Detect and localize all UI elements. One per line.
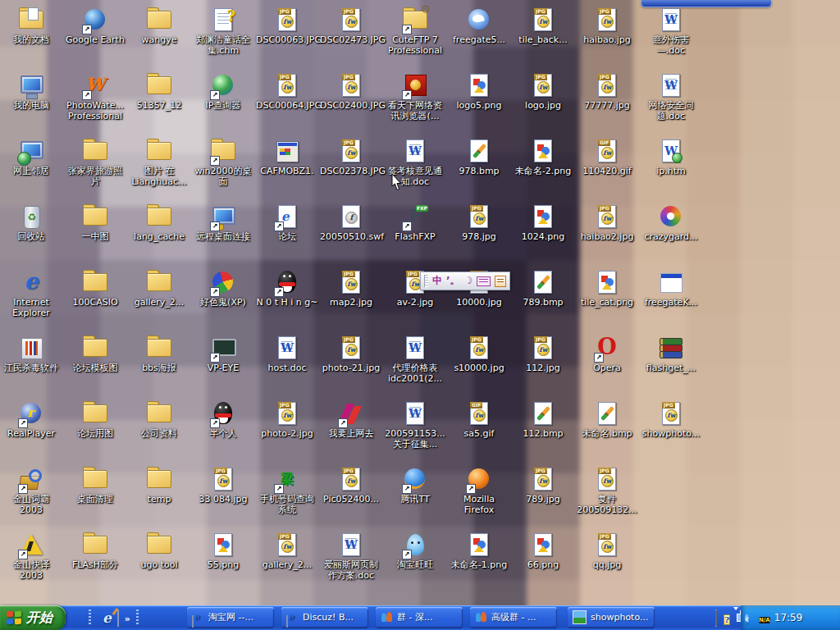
desktop-icon[interactable]: JPGfwlogo.jpg [512, 72, 574, 111]
desktop-icon[interactable]: ↗远程桌面连接 [192, 203, 254, 242]
desktop-icon[interactable]: ?郑渊洁童话全集.chm [192, 7, 254, 56]
desktop-icon[interactable]: JPGfw789.jpg [512, 466, 574, 504]
desktop-icon[interactable]: Whost.doc [256, 335, 318, 373]
desktop-icon[interactable]: 100CASIO [64, 269, 126, 308]
desktop-icon[interactable]: GIFfwsa5.gif [448, 400, 510, 439]
desktop-icon[interactable]: JPGfwDSC00064.JPG [256, 72, 318, 111]
desktop-icon[interactable]: 论坛用图 [64, 400, 126, 439]
desktop-icon[interactable]: 55.png [192, 532, 254, 570]
taskbar-button[interactable]: showphoto... [568, 607, 655, 628]
desktop-icon[interactable]: 789.bmp [512, 269, 574, 308]
desktop-icon[interactable]: ↗MozillaFirefox [448, 466, 510, 515]
desktop-icon[interactable]: 51357_12 [128, 72, 190, 111]
desktop-icon[interactable]: flashget_... [640, 335, 702, 373]
fullwidth-mode-icon[interactable]: ☽ [464, 272, 473, 290]
ime-floating-bar[interactable]: 中’。☽ [420, 272, 510, 290]
desktop-icon[interactable]: 网上邻居 [0, 138, 62, 176]
desktop-icon[interactable]: ↗看天下网络资讯浏览器(... [384, 72, 446, 121]
desktop-icon[interactable]: f20050510.swf [320, 203, 382, 242]
desktop-icon[interactable]: ↗好色鬼(XP) [192, 269, 254, 308]
desktop-icon[interactable]: lang_cache [128, 203, 190, 242]
desktop-icon[interactable]: GIFfw110420.gif [576, 138, 638, 176]
desktop-icon[interactable]: ↗IP查询器 [192, 72, 254, 111]
desktop-icon[interactable]: W爱丽斯网页制作方案.doc [320, 532, 382, 581]
desktop-icon[interactable]: 66.png [512, 532, 574, 570]
desktop-icon[interactable]: JPGfwphoto-2.jpg [256, 400, 318, 439]
desktop-icon[interactable]: 未命名-1.png [448, 532, 510, 570]
punctuation-mode-icon[interactable]: ’。 [446, 272, 460, 290]
desktop-icon[interactable]: freegateK... [640, 269, 702, 308]
desktop-icon[interactable]: W200591153...关于征集... [384, 400, 446, 450]
desktop-icon[interactable]: ↗淘宝旺旺 [384, 532, 446, 570]
desktop-icon[interactable]: ☺↗CuteFTP 7Professional [384, 7, 446, 56]
taskbar-button[interactable]: 高级群 - ... [470, 607, 557, 628]
quick-launch-grip[interactable] [89, 609, 91, 626]
desktop-icon[interactable]: r↗RealPlayer [0, 400, 62, 439]
desktop-icon[interactable]: ↗N 0 t H i n g~ [256, 269, 318, 308]
desktop-icon[interactable]: eInternetExplorer [0, 269, 62, 318]
desktop-icon[interactable]: 未命名-2.png [512, 138, 574, 176]
desktop-icon[interactable]: JPGfw77777.jpg [576, 72, 638, 111]
desktop-icon[interactable]: W意外伤害—.doc [640, 7, 702, 56]
desktop-icon[interactable]: ↗VP-EYE [192, 335, 254, 373]
desktop-icon[interactable]: tile_cat.png [576, 269, 638, 308]
desktop-icon[interactable]: JPGfw复件200509132... [576, 466, 638, 515]
window-switcher-tray-icon[interactable] [737, 610, 738, 626]
desktop-icon[interactable]: 112.bmp [512, 400, 574, 439]
desktop-icon[interactable]: ↗win2000的桌面 [192, 138, 254, 187]
desktop-icon[interactable]: W↗PhotoWate...Professional [64, 72, 126, 121]
desktop-icon[interactable]: W代理价格表idc2001(2... [384, 335, 446, 384]
desktop-icon[interactable]: ↗腾讯TT [384, 466, 446, 504]
ime-menu-icon[interactable] [495, 276, 506, 287]
desktop-icon[interactable]: ↗我要上网去 [320, 400, 382, 439]
desktop-icon[interactable]: FFXP↗FlashFXP [384, 203, 446, 242]
desktop-icon[interactable]: 978.bmp [448, 138, 510, 176]
desktop-icon[interactable]: JPGfwtile_back... [512, 7, 574, 45]
desktop-icon[interactable]: JPGfwDSC02378.JPG [320, 138, 382, 176]
desktop-icon[interactable]: JPGfwDSC00063.JPG [256, 7, 318, 45]
desktop-icon[interactable]: 桌面清理 [64, 466, 126, 504]
desktop-icon[interactable]: JPGfwPic052400... [320, 466, 382, 504]
desktop-icon[interactable]: 我的电脑 [0, 72, 62, 111]
desktop-icon[interactable]: JPGfwDSC02473.JPG [320, 7, 382, 45]
desktop-icon[interactable]: JPGfws10000.jpg [448, 335, 510, 373]
desktop-icon[interactable]: JPGfwphoto-21.jpg [320, 335, 382, 373]
desktop-icon[interactable]: JPGfw112.jpg [512, 335, 574, 373]
nvidia-na-badge-tray-icon[interactable]: N/A [759, 609, 770, 627]
show-desktop-quick-launch-icon[interactable] [117, 610, 119, 626]
desktop-icon[interactable]: ugo tool [128, 532, 190, 570]
desktop-icon[interactable]: JPGfw978.jpg [448, 203, 510, 242]
collapse-chevron-tray-icon[interactable]: ‹ [745, 610, 749, 626]
desktop-icon[interactable]: Wip.htm [640, 138, 702, 176]
ime-drag-handle[interactable] [424, 275, 428, 287]
desktop-icon[interactable]: JPGfwqq.jpg [576, 532, 638, 570]
taskbar-button[interactable]: e淘宝网 --... [187, 607, 274, 628]
desktop-icon[interactable]: JPGfw33 084.jpg [192, 466, 254, 504]
desktop-icon[interactable]: freegate5... [448, 7, 510, 45]
desktop-icon[interactable]: temp [128, 466, 190, 504]
help-tray-icon[interactable]: ? [724, 610, 730, 626]
desktop-icon[interactable]: W网络安全问题.doc [640, 72, 702, 121]
taskbar-grip[interactable] [136, 609, 139, 626]
desktop-icon[interactable]: ↗金山词霸2003 [0, 466, 62, 515]
desktop-icon[interactable]: gallery_2... [128, 269, 190, 308]
desktop-icon[interactable]: JPGfwDSC02400.JPG [320, 72, 382, 111]
desktop-icon[interactable]: ↗Google Earth [64, 7, 126, 45]
desktop-icon[interactable]: FLAsH部分 [64, 532, 126, 570]
desktop-icon[interactable]: logo5.png [448, 72, 510, 111]
desktop-icon[interactable]: e↗论坛 [256, 203, 318, 242]
internet-explorer-quick-launch-icon[interactable]: e [103, 610, 112, 626]
desktop-icon[interactable]: JPGfwhaibao.jpg [576, 7, 638, 45]
desktop-icon[interactable]: wangye [128, 7, 190, 45]
desktop-icon[interactable]: ↗半个人 [192, 400, 254, 439]
desktop-icon[interactable]: 1024.png [512, 203, 574, 242]
desktop-icon[interactable]: JPGfwhaibao2.jpg [576, 203, 638, 242]
desktop-icon[interactable]: 梁↗手机号码查询系统 [256, 466, 318, 515]
taskbar-button[interactable]: 群 - 深... [376, 607, 463, 628]
desktop-icon[interactable]: 未命名.bmp [576, 400, 638, 439]
desktop-icon[interactable]: 张家界旅游照片 [64, 138, 126, 187]
desktop-icon[interactable]: 一中图 [64, 203, 126, 242]
desktop-icon[interactable]: crazygard... [640, 203, 702, 242]
desktop-icon[interactable]: O↗Opera [576, 335, 638, 373]
desktop-icon[interactable]: ♻回收站 [0, 203, 62, 242]
